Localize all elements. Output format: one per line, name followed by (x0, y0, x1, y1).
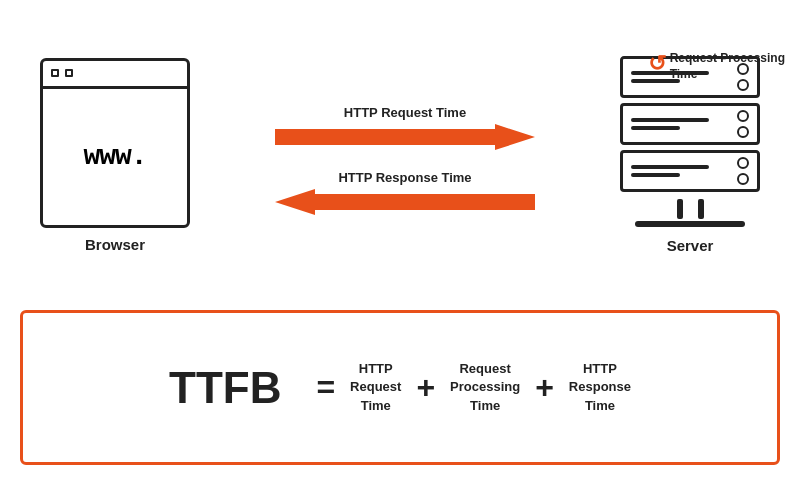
request-arrow (200, 124, 610, 150)
term-http-request: HTTP Request Time (350, 360, 401, 415)
server-legs (677, 199, 704, 219)
browser-window: www. (40, 58, 190, 228)
server-unit-2 (620, 103, 760, 145)
arrows-container: HTTP Request Time HTTP Response Time (190, 105, 620, 215)
browser-body: www. (43, 89, 187, 225)
request-processing-label: Request ProcessingTime (670, 51, 785, 82)
http-request-label: HTTP Request Time (344, 105, 466, 120)
request-arrow-row: HTTP Request Time (200, 105, 610, 150)
browser-dot-2 (65, 69, 73, 77)
term-http-response: HTTP Response Time (569, 360, 631, 415)
equals-sign: = (316, 369, 335, 406)
processing-time-badge: ↺ Request ProcessingTime (648, 51, 785, 82)
server-circles-3 (737, 157, 749, 185)
server-label: Server (667, 237, 714, 254)
server-line (631, 165, 709, 169)
browser-dot-1 (51, 69, 59, 77)
svg-marker-0 (275, 124, 535, 150)
svg-marker-1 (275, 189, 535, 215)
server-circle (737, 157, 749, 169)
browser-illustration: www. Browser (40, 58, 190, 253)
response-arrow-row: HTTP Response Time (200, 170, 610, 215)
server-leg-right (698, 199, 704, 219)
server-circles-2 (737, 110, 749, 138)
server-lines-2 (631, 118, 729, 130)
www-text: www. (83, 141, 146, 172)
server-line (631, 173, 680, 177)
response-arrow (200, 189, 610, 215)
server-circle (737, 110, 749, 122)
server-circle (737, 173, 749, 185)
server-lines-3 (631, 165, 729, 177)
server-leg-left (677, 199, 683, 219)
server-line (631, 126, 680, 130)
server-circle (737, 126, 749, 138)
term-request-processing: Request Processing Time (450, 360, 520, 415)
server-illustration: ↺ Request ProcessingTime (620, 56, 760, 254)
refresh-icon: ↺ (648, 51, 666, 77)
server-line (631, 118, 709, 122)
server-unit-3 (620, 150, 760, 192)
plus-sign-2: + (535, 369, 554, 406)
http-response-label: HTTP Response Time (338, 170, 471, 185)
formula-section: TTFB = HTTP Request Time + Request Proce… (20, 310, 780, 465)
plus-sign-1: + (416, 369, 435, 406)
ttfb-label: TTFB (169, 363, 281, 413)
server-base (635, 221, 745, 227)
browser-label: Browser (85, 236, 145, 253)
browser-titlebar (43, 61, 187, 89)
